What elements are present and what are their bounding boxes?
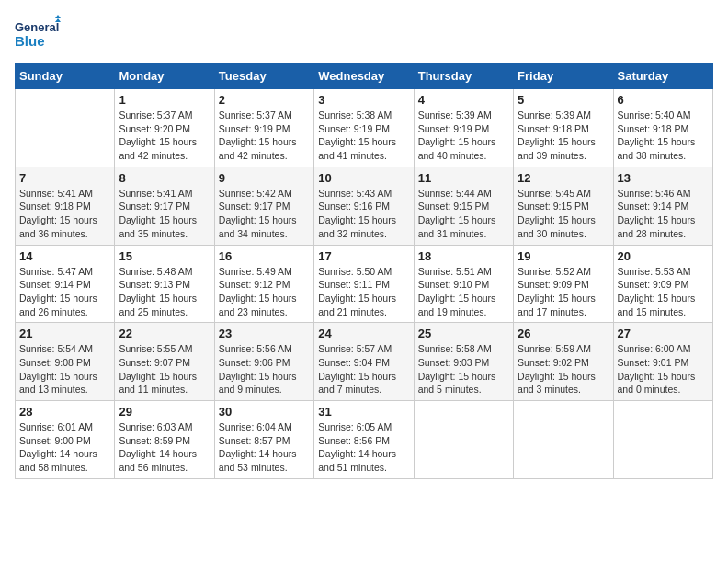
calendar-cell: 26Sunrise: 5:59 AMSunset: 9:02 PMDayligh…	[514, 323, 613, 401]
day-info: Sunrise: 6:05 AMSunset: 8:56 PMDaylight:…	[318, 420, 409, 475]
header-saturday: Saturday	[613, 63, 712, 89]
header-tuesday: Tuesday	[214, 63, 313, 89]
day-info: Sunrise: 5:50 AMSunset: 9:11 PMDaylight:…	[318, 265, 409, 319]
day-number: 2	[219, 93, 310, 107]
day-info: Sunrise: 5:53 AMSunset: 9:09 PMDaylight:…	[618, 265, 709, 319]
calendar-cell: 24Sunrise: 5:57 AMSunset: 9:04 PMDayligh…	[314, 323, 414, 401]
week-row-1: 1Sunrise: 5:37 AMSunset: 9:20 PMDaylight…	[16, 89, 713, 167]
calendar-cell: 8Sunrise: 5:41 AMSunset: 9:17 PMDaylight…	[115, 167, 214, 245]
calendar-cell: 15Sunrise: 5:48 AMSunset: 9:13 PMDayligh…	[115, 245, 214, 323]
day-info: Sunrise: 5:48 AMSunset: 9:13 PMDaylight:…	[119, 265, 210, 319]
calendar-cell: 20Sunrise: 5:53 AMSunset: 9:09 PMDayligh…	[613, 245, 712, 323]
day-info: Sunrise: 5:47 AMSunset: 9:14 PMDaylight:…	[19, 265, 110, 319]
calendar-header-row: SundayMondayTuesdayWednesdayThursdayFrid…	[16, 63, 713, 89]
calendar-cell	[16, 89, 115, 167]
day-number: 27	[618, 327, 709, 340]
header-wednesday: Wednesday	[314, 63, 414, 89]
day-number: 6	[618, 93, 709, 107]
day-number: 31	[318, 405, 409, 419]
day-number: 18	[418, 249, 509, 263]
svg-marker-2	[55, 15, 61, 18]
header-sunday: Sunday	[16, 63, 115, 89]
day-info: Sunrise: 5:57 AMSunset: 9:04 PMDaylight:…	[318, 342, 409, 396]
day-info: Sunrise: 5:38 AMSunset: 9:19 PMDaylight:…	[318, 109, 409, 163]
calendar-cell	[414, 401, 513, 479]
day-number: 14	[19, 249, 110, 263]
calendar-cell: 21Sunrise: 5:54 AMSunset: 9:08 PMDayligh…	[16, 323, 115, 401]
calendar-cell: 1Sunrise: 5:37 AMSunset: 9:20 PMDaylight…	[115, 89, 214, 167]
day-info: Sunrise: 5:44 AMSunset: 9:15 PMDaylight:…	[418, 187, 509, 241]
calendar-cell: 2Sunrise: 5:37 AMSunset: 9:19 PMDaylight…	[214, 89, 313, 167]
calendar-cell: 3Sunrise: 5:38 AMSunset: 9:19 PMDaylight…	[314, 89, 414, 167]
calendar-cell: 7Sunrise: 5:41 AMSunset: 9:18 PMDaylight…	[16, 167, 115, 245]
calendar-cell: 31Sunrise: 6:05 AMSunset: 8:56 PMDayligh…	[314, 401, 414, 479]
day-info: Sunrise: 5:58 AMSunset: 9:03 PMDaylight:…	[418, 342, 509, 396]
header-thursday: Thursday	[414, 63, 513, 89]
header-friday: Friday	[514, 63, 613, 89]
header-monday: Monday	[115, 63, 214, 89]
day-number: 9	[219, 171, 310, 185]
calendar-cell: 17Sunrise: 5:50 AMSunset: 9:11 PMDayligh…	[314, 245, 414, 323]
day-info: Sunrise: 5:41 AMSunset: 9:18 PMDaylight:…	[19, 187, 110, 241]
week-row-3: 14Sunrise: 5:47 AMSunset: 9:14 PMDayligh…	[16, 245, 713, 323]
calendar-cell: 29Sunrise: 6:03 AMSunset: 8:59 PMDayligh…	[115, 401, 214, 479]
day-number: 3	[318, 93, 409, 107]
day-info: Sunrise: 5:40 AMSunset: 9:18 PMDaylight:…	[618, 109, 709, 163]
day-info: Sunrise: 5:37 AMSunset: 9:20 PMDaylight:…	[119, 109, 210, 163]
day-number: 13	[618, 171, 709, 185]
calendar-cell: 19Sunrise: 5:52 AMSunset: 9:09 PMDayligh…	[514, 245, 613, 323]
calendar-cell: 28Sunrise: 6:01 AMSunset: 9:00 PMDayligh…	[16, 401, 115, 479]
day-number: 30	[219, 405, 310, 419]
day-number: 4	[418, 93, 509, 107]
day-info: Sunrise: 5:55 AMSunset: 9:07 PMDaylight:…	[119, 342, 210, 396]
page-header: General Blue	[15, 15, 713, 55]
day-info: Sunrise: 5:52 AMSunset: 9:09 PMDaylight:…	[518, 265, 609, 319]
calendar-cell: 14Sunrise: 5:47 AMSunset: 9:14 PMDayligh…	[16, 245, 115, 323]
day-number: 17	[318, 249, 409, 263]
calendar-cell	[514, 401, 613, 479]
calendar-cell	[613, 401, 712, 479]
day-number: 23	[219, 327, 310, 340]
day-number: 16	[219, 249, 310, 263]
day-number: 12	[518, 171, 609, 185]
calendar-cell: 16Sunrise: 5:49 AMSunset: 9:12 PMDayligh…	[214, 245, 313, 323]
day-info: Sunrise: 5:42 AMSunset: 9:17 PMDaylight:…	[219, 187, 310, 241]
day-info: Sunrise: 5:45 AMSunset: 9:15 PMDaylight:…	[518, 187, 609, 241]
svg-text:General: General	[15, 20, 59, 34]
day-number: 25	[418, 327, 509, 340]
day-info: Sunrise: 6:03 AMSunset: 8:59 PMDaylight:…	[119, 420, 210, 475]
day-number: 15	[119, 249, 210, 263]
day-info: Sunrise: 5:39 AMSunset: 9:19 PMDaylight:…	[418, 109, 509, 163]
day-info: Sunrise: 5:49 AMSunset: 9:12 PMDaylight:…	[219, 265, 310, 319]
day-info: Sunrise: 5:56 AMSunset: 9:06 PMDaylight:…	[219, 342, 310, 396]
day-number: 20	[618, 249, 709, 263]
day-number: 19	[518, 249, 609, 263]
day-info: Sunrise: 6:01 AMSunset: 9:00 PMDaylight:…	[19, 420, 110, 475]
day-number: 10	[318, 171, 409, 185]
calendar-cell: 30Sunrise: 6:04 AMSunset: 8:57 PMDayligh…	[214, 401, 313, 479]
week-row-5: 28Sunrise: 6:01 AMSunset: 9:00 PMDayligh…	[16, 401, 713, 479]
calendar-table: SundayMondayTuesdayWednesdayThursdayFrid…	[15, 63, 713, 479]
day-number: 7	[19, 171, 110, 185]
day-info: Sunrise: 5:39 AMSunset: 9:18 PMDaylight:…	[518, 109, 609, 163]
day-number: 21	[19, 327, 110, 340]
calendar-cell: 22Sunrise: 5:55 AMSunset: 9:07 PMDayligh…	[115, 323, 214, 401]
calendar-cell: 23Sunrise: 5:56 AMSunset: 9:06 PMDayligh…	[214, 323, 313, 401]
day-number: 22	[119, 327, 210, 340]
svg-text:Blue: Blue	[15, 33, 45, 49]
day-info: Sunrise: 5:46 AMSunset: 9:14 PMDaylight:…	[618, 187, 709, 241]
calendar-cell: 5Sunrise: 5:39 AMSunset: 9:18 PMDaylight…	[514, 89, 613, 167]
day-number: 8	[119, 171, 210, 185]
calendar-cell: 25Sunrise: 5:58 AMSunset: 9:03 PMDayligh…	[414, 323, 513, 401]
day-info: Sunrise: 5:54 AMSunset: 9:08 PMDaylight:…	[19, 342, 110, 396]
calendar-cell: 6Sunrise: 5:40 AMSunset: 9:18 PMDaylight…	[613, 89, 712, 167]
day-number: 28	[19, 405, 110, 419]
day-info: Sunrise: 5:51 AMSunset: 9:10 PMDaylight:…	[418, 265, 509, 319]
day-number: 5	[518, 93, 609, 107]
week-row-4: 21Sunrise: 5:54 AMSunset: 9:08 PMDayligh…	[16, 323, 713, 401]
day-number: 1	[119, 93, 210, 107]
day-info: Sunrise: 5:37 AMSunset: 9:19 PMDaylight:…	[219, 109, 310, 163]
calendar-cell: 13Sunrise: 5:46 AMSunset: 9:14 PMDayligh…	[613, 167, 712, 245]
calendar-cell: 10Sunrise: 5:43 AMSunset: 9:16 PMDayligh…	[314, 167, 414, 245]
logo-svg: General Blue	[15, 15, 61, 55]
